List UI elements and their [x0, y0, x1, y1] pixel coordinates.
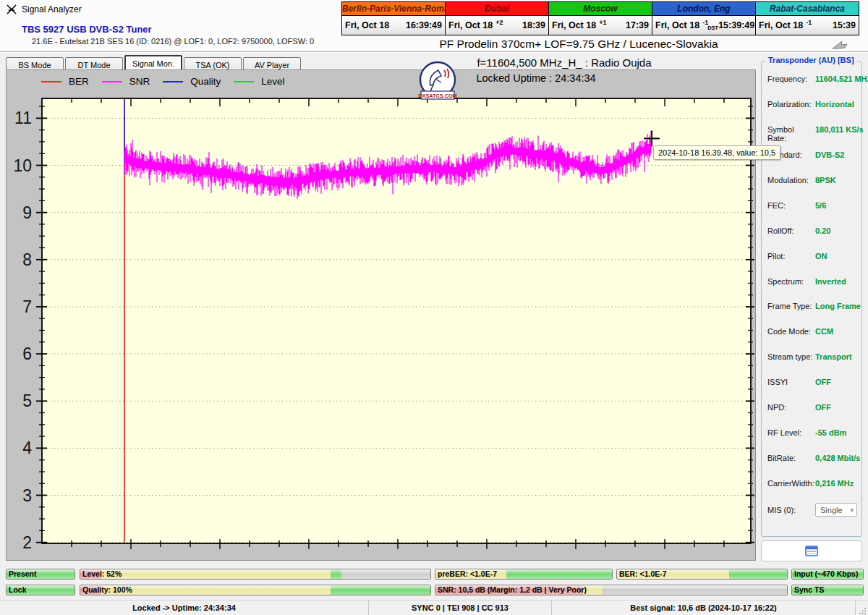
transponder-row: RF Level:-55 dBm — [767, 428, 859, 438]
legend-swatch — [234, 81, 254, 82]
transponder-label: Symbol Rate: — [767, 125, 815, 143]
transponder-value: Horizontal — [815, 100, 854, 109]
chevron-down-icon: ▾ — [850, 506, 854, 514]
transponder-value: OFF — [815, 378, 831, 386]
transponder-label: Code Mode: — [767, 327, 815, 336]
clock-time-row: Fri, Oct 18+218:39 — [446, 16, 548, 35]
transponder-label: Frequency: — [767, 75, 815, 83]
transponder-row: ISSYIOFF — [767, 378, 859, 387]
report-button[interactable] — [761, 540, 862, 561]
pointer-icon — [830, 38, 849, 51]
transponder-value: Long Frame — [815, 302, 861, 310]
statusbar-lock-uptime: Locked -> Uptime: 24:34:34 — [0, 601, 369, 615]
chart-tooltip: 2024-10-18 16.39.48, value: 10,5 — [653, 145, 780, 160]
transponder-label: BitRate: — [767, 454, 815, 462]
svg-text:4: 4 — [22, 438, 32, 457]
window-title: Signal Analyzer — [22, 4, 82, 14]
svg-text:5: 5 — [22, 391, 32, 410]
clock-date: Fri, Oct 18 — [652, 20, 699, 30]
transponder-label: RF Level: — [767, 428, 815, 437]
transponder-row: Stream type:Transport — [767, 352, 859, 362]
transponder-value: 180,011 KS/s — [815, 125, 864, 134]
clock-time-value: 15:39 — [833, 20, 859, 30]
transponder-row: Code Mode:CCM — [767, 327, 859, 336]
resize-grip[interactable] — [856, 601, 868, 615]
statusbar-sync-counters: SYNC 0 | TEI 908 | CC 913 — [369, 601, 552, 615]
transponder-row: RollOff:0.20 — [767, 226, 859, 236]
svg-text:10: 10 — [13, 156, 32, 175]
clock-berlin-paris-vienna-roma: Berlin-Paris-Vienna-RomaFri, Oct 1816:39… — [341, 1, 446, 35]
window-titlebar: Signal Analyzer — [0, 0, 82, 19]
svg-text:11: 11 — [14, 109, 32, 127]
legend-label: Quality — [190, 76, 221, 87]
mis-row: MIS (0): Single ▾ — [767, 503, 859, 517]
clock-moscow: MoscowFri, Oct 18+117:39 — [548, 1, 652, 35]
legend-swatch — [41, 81, 61, 82]
transponder-value: 0,216 MHz — [815, 479, 854, 488]
gauge-quality: Quality: 100% — [80, 585, 431, 595]
gauge-segment-gray — [603, 585, 787, 595]
transponder-rows: Frequency:11604,521 MHzPolarization:Hori… — [767, 75, 859, 488]
transponder-label: Pilot: — [767, 252, 815, 260]
transponder-row: FEC:5/6 — [767, 201, 859, 211]
clock-time-row: Fri, Oct 18-1DST15:39:49 — [652, 16, 755, 35]
legend-swatch — [102, 81, 122, 82]
transponder-label: Polarization: — [767, 100, 815, 109]
statusbar: Locked -> Uptime: 24:34:34 SYNC 0 | TEI … — [0, 600, 868, 615]
gauge-label: BER: <1.0E-7 — [619, 569, 667, 579]
svg-text:7: 7 — [22, 297, 32, 316]
legend-label: SNR — [129, 76, 150, 87]
app-icon — [6, 4, 17, 15]
gauge-syncts: Sync TS — [791, 585, 864, 595]
transponder-row: Frequency:11604,521 MHz — [767, 75, 859, 84]
transponder-label: Modulation: — [767, 176, 815, 184]
gauge-ber: BER: <1.0E-7 — [616, 569, 788, 580]
clock-city-label: Dubai — [446, 2, 548, 16]
clock-utc-offset: +1 — [599, 19, 606, 26]
clock-date: Fri, Oct 18 — [549, 20, 596, 30]
gauge-segment-yellow — [101, 585, 331, 595]
svg-text:8: 8 — [22, 250, 32, 269]
transponder-panel: Frequency:11604,521 MHzPolarization:Hori… — [761, 61, 862, 537]
mis-label: MIS (0): — [767, 506, 815, 514]
gauge-label: Lock — [9, 585, 27, 595]
signal-chart[interactable]: 234567891011 — [7, 70, 755, 560]
world-clocks: Berlin-Paris-Vienna-RomaFri, Oct 1816:39… — [342, 1, 859, 35]
gauge-preber: preBER: <1.0E-7 — [435, 569, 613, 580]
transponder-value: -55 dBm — [815, 428, 846, 437]
legend-label: BER — [69, 76, 89, 87]
clock-rabat-casablanca: Rabat-CasablancaFri, Oct 18-115:39 — [755, 1, 859, 35]
clock-date: Fri, Oct 18 — [756, 20, 803, 30]
gauge-label: Sync TS — [794, 585, 824, 595]
mis-select[interactable]: Single ▾ — [815, 503, 857, 517]
clock-time-row: Fri, Oct 18+117:39 — [549, 16, 652, 35]
transponder-label: Spectrum: — [767, 277, 815, 286]
clock-date: Fri, Oct 18 — [446, 20, 493, 30]
window-report-icon — [805, 546, 818, 556]
transponder-value: 8PSK — [815, 176, 836, 184]
clock-utc-offset: +2 — [495, 19, 503, 26]
transponder-value: 0,428 Mbit/s — [815, 454, 860, 462]
transponder-label: NPD: — [767, 403, 815, 412]
svg-text:3: 3 — [22, 486, 32, 505]
clock-time-value: 18:39 — [522, 20, 548, 30]
gauge-label: Quality: 100% — [82, 585, 132, 595]
clock-time-value: 15:39:49 — [718, 20, 757, 30]
gauge-snr: SNR: 10,5 dB (Margin: 1,2 dB | Very Poor… — [435, 585, 788, 595]
transponder-row: Symbol Rate:180,011 KS/s — [767, 125, 859, 135]
gauge-input: Input (~470 Kbps) — [791, 569, 864, 580]
transponder-label: RollOff: — [767, 226, 815, 235]
dxsatcs-logo: DXSATCS.COM — [416, 61, 459, 103]
transponder-value: DVB-S2 — [815, 150, 844, 159]
gauge-present: Present — [6, 569, 75, 580]
gauge-segment-yellow — [101, 569, 331, 579]
statusbar-best-signal: Best signal: 10,6 dB (2024-10-17 16:22) — [552, 601, 856, 615]
signal-chart-panel: 234567891011 Locked Uptime : 24:34:34 BE… — [6, 69, 756, 561]
legend-item-ber: BER — [41, 76, 89, 87]
transponder-row: BitRate:0,428 Mbit/s — [767, 454, 859, 463]
logo-text: DXSATCS.COM — [418, 93, 456, 99]
transponder-value: CCM — [815, 327, 833, 336]
svg-text:9: 9 — [22, 203, 32, 222]
transponder-value: Inverted — [815, 277, 846, 286]
gauge-label: preBER: <1.0E-7 — [438, 569, 497, 579]
